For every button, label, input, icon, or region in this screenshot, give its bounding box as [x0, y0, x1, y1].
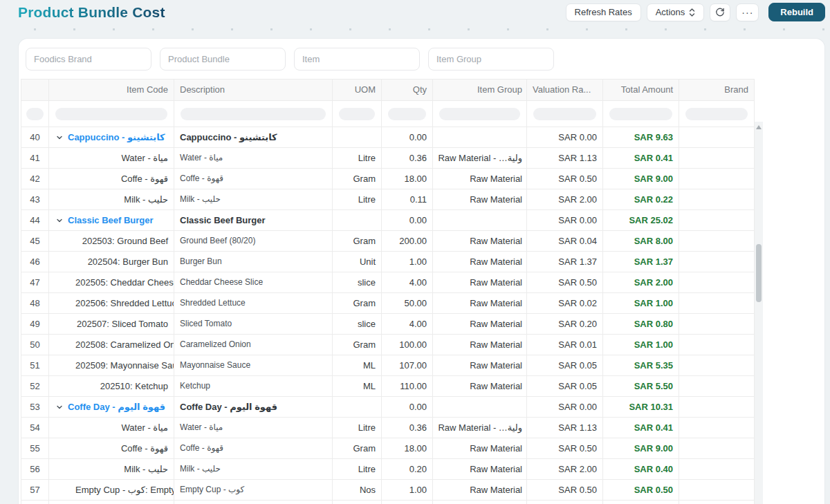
cell-valuation-rate: SAR 0.20 [527, 314, 603, 334]
triangle-up-icon[interactable] [756, 125, 762, 129]
cell-item-code[interactable]: Coffe Day - قهوة اليوم [49, 397, 174, 417]
cell-total-amount: SAR 10.31 [603, 397, 679, 417]
table-row[interactable]: 56 Milk - حليب Milk - حليب Litre 0.20 Ra… [21, 459, 755, 480]
item-group-filter-input[interactable] [428, 48, 554, 71]
cell-brand [679, 397, 755, 417]
brand-column-filter-input[interactable] [685, 108, 748, 120]
row-index: 55 [21, 438, 49, 458]
table-row[interactable]: 40 Cappuccino - كابتشينو Cappuccino - كا… [21, 127, 755, 148]
foodics-brand-filter-input[interactable] [26, 48, 151, 71]
item-code-column-filter-input[interactable] [55, 108, 167, 120]
cell-item-code[interactable]: Milk - حليب [49, 459, 174, 479]
header-description[interactable]: Description [174, 80, 333, 100]
table-row[interactable]: 47 202505: Cheddar Cheese Cheddar Cheese… [21, 272, 755, 293]
total-amount-column-filter-input[interactable] [609, 108, 672, 120]
table-row[interactable]: 43 Milk - حليب Milk - حليب Litre 0.11 Ra… [21, 189, 755, 210]
cell-item-code[interactable]: 202508: Caramelized Onion [49, 335, 174, 355]
cell-item-code[interactable]: 202504: Burger Bun [49, 252, 174, 272]
rebuild-button[interactable]: Rebuild [768, 3, 825, 21]
cell-valuation-rate: SAR 0.00 [527, 210, 603, 230]
table-row[interactable]: 42 Coffe - قهوة Coffe - قهوة Gram 18.00 … [21, 169, 755, 189]
header-item-code[interactable]: Item Code [49, 80, 174, 100]
valuation-rate-column-filter-input[interactable] [533, 108, 596, 120]
refresh-button[interactable] [710, 3, 730, 21]
header-brand[interactable]: Brand [679, 80, 755, 100]
cell-item-code[interactable]: Milk - حليب [49, 189, 174, 209]
row-index-filter-input[interactable] [26, 108, 44, 120]
header-uom[interactable]: UOM [333, 80, 382, 100]
chevron-down-icon[interactable] [56, 404, 63, 411]
item-filter-input[interactable] [294, 48, 420, 71]
cell-valuation-rate: SAR 0.04 [527, 231, 603, 251]
cell-description: Ground Beef (80/20) [174, 231, 333, 251]
more-options-button[interactable]: ··· [736, 3, 759, 21]
table-row[interactable]: 57 Empty Cup - كوب: Empty Cup - كوب Empt… [21, 480, 755, 501]
cell-item-code[interactable]: 202510: Ketchup [49, 376, 174, 396]
table-row[interactable]: 41 Water - مياة Water - مياة Litre 0.36 … [21, 148, 755, 169]
cell-item-code[interactable]: 202503: Ground Beef [49, 231, 174, 251]
refresh-rates-button[interactable]: Refresh Rates [566, 3, 641, 21]
cell-total-amount: SAR 0.50 [603, 480, 679, 500]
filter-cell [433, 101, 527, 127]
cell-uom: Litre [333, 189, 382, 209]
table-row[interactable]: 46 202504: Burger Bun Burger Bun Unit 1.… [21, 252, 755, 272]
table-row[interactable]: 44 Classic Beef Burger Classic Beef Burg… [21, 210, 755, 231]
item-group-column-filter-input[interactable] [439, 108, 520, 120]
header-total-amount[interactable]: Total Amount [603, 80, 679, 100]
table-row[interactable]: 48 202506: Shredded Lettuce Shredded Let… [21, 293, 755, 314]
header-qty[interactable]: Qty [382, 80, 433, 100]
cell-item-code[interactable]: Coffe - قهوة [49, 438, 174, 458]
cell-item-code[interactable]: 202506: Shredded Lettuce [49, 293, 174, 313]
cell-description: Coffe Day - قهوة اليوم [174, 397, 333, 417]
chevron-down-icon[interactable] [56, 134, 63, 141]
qty-column-filter-input[interactable] [388, 108, 426, 120]
header-row-index [21, 80, 49, 100]
header-item-group[interactable]: Item Group [433, 80, 527, 100]
cell-item-code[interactable]: Water - مياة [49, 418, 174, 438]
cell-description: Cappuccino - كابتشينو [174, 127, 333, 147]
cell-item-group: Raw Material [433, 252, 527, 272]
cell-item-group: Raw Material [433, 272, 527, 292]
filter-cell [527, 101, 603, 127]
cell-item-code[interactable]: Coffe - قهوة [49, 169, 174, 189]
cell-description: Water - مياة [174, 418, 333, 438]
row-index: 57 [21, 480, 49, 500]
cell-item-code[interactable]: Cappuccino - كابتشينو [49, 127, 174, 147]
table-row[interactable]: 50 202508: Caramelized Onion Caramelized… [21, 335, 755, 355]
product-bundle-filter-input[interactable] [160, 48, 286, 71]
table-row[interactable]: 55 Coffe - قهوة Coffe - قهوة Gram 18.00 … [21, 438, 755, 459]
cell-item-code[interactable]: Empty Cup - كوب: Empty Cup - كوب [49, 480, 174, 500]
table-row[interactable]: 52 202510: Ketchup Ketchup ML 110.00 Raw… [21, 376, 755, 397]
header-valuation-rate[interactable]: Valuation Ra... [527, 80, 603, 100]
cell-item-code[interactable]: 202509: Mayonnaise Sauce [49, 355, 174, 375]
table-row[interactable]: 49 202507: Sliced Tomato Sliced Tomato s… [21, 314, 755, 335]
table-row-partial [21, 501, 755, 504]
table-row[interactable]: 54 Water - مياة Water - مياة Litre 0.36 … [21, 418, 755, 438]
toolbar: Refresh Rates Actions ··· Rebuild [566, 3, 825, 21]
scrollbar-thumb[interactable] [756, 244, 762, 302]
actions-button[interactable]: Actions [647, 3, 705, 21]
table-row[interactable]: 45 202503: Ground Beef Ground Beef (80/2… [21, 231, 755, 252]
cell-item-code[interactable]: Classic Beef Burger [49, 210, 174, 230]
cell-item-code[interactable]: Water - مياة [49, 148, 174, 168]
cell-item-code[interactable]: 202507: Sliced Tomato [49, 314, 174, 334]
cell-uom: Litre [333, 459, 382, 479]
cell-brand [679, 169, 755, 189]
cell-brand [679, 210, 755, 230]
cell-qty: 0.36 [382, 148, 433, 168]
cell-uom: slice [333, 272, 382, 292]
datatable: Item Code Description UOM Qty Item Group… [21, 79, 755, 504]
cell-item-group: Raw Material - …ولية [433, 148, 527, 168]
item-code-text: 202504: Burger Bun [88, 256, 168, 267]
vertical-scrollbar[interactable] [755, 122, 763, 504]
item-code-text: 202509: Mayonnaise Sauce [75, 360, 174, 371]
table-row[interactable]: 51 202509: Mayonnaise Sauce Mayonnaise S… [21, 355, 755, 376]
chevron-down-icon[interactable] [56, 217, 63, 224]
item-code-text: Empty Cup - كوب: Empty Cup - كوب [75, 485, 174, 495]
cell-description: Coffe - قهوة [174, 438, 333, 458]
cell-item-code[interactable]: 202505: Cheddar Cheese [49, 272, 174, 292]
description-column-filter-input[interactable] [181, 108, 326, 120]
cell-uom: Gram [333, 231, 382, 251]
uom-column-filter-input[interactable] [339, 108, 375, 120]
table-row[interactable]: 53 Coffe Day - قهوة اليوم Coffe Day - قه… [21, 397, 755, 418]
